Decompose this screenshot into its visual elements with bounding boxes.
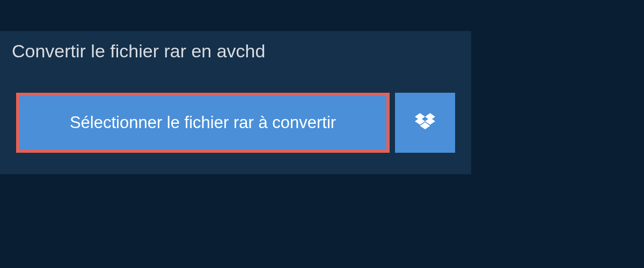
button-row: Sélectionner le fichier rar à convertir bbox=[16, 93, 455, 153]
converter-panel: Convertir le fichier rar en avchd Sélect… bbox=[0, 31, 471, 174]
dropbox-icon bbox=[415, 113, 435, 132]
page-title: Convertir le fichier rar en avchd bbox=[0, 31, 280, 71]
select-file-label: Sélectionner le fichier rar à convertir bbox=[70, 113, 336, 132]
dropbox-button[interactable] bbox=[395, 93, 455, 153]
select-file-button[interactable]: Sélectionner le fichier rar à convertir bbox=[16, 93, 390, 153]
